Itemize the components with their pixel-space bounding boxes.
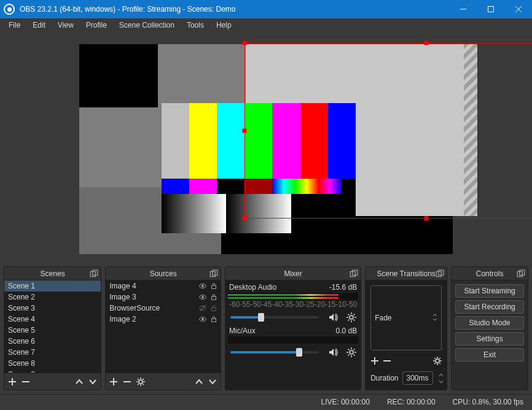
menu-view[interactable]: View bbox=[52, 20, 80, 31]
mixer-channel-name: Desktop Audio bbox=[229, 283, 276, 292]
controls-header: Controls bbox=[452, 267, 528, 280]
menu-edit[interactable]: Edit bbox=[26, 20, 52, 31]
sources-panel: Sources Image 4Image 3BrowserSourceImage… bbox=[105, 266, 221, 390]
preview-selection-outline[interactable] bbox=[244, 43, 532, 219]
svg-line-70 bbox=[434, 363, 436, 364]
svg-point-48 bbox=[350, 350, 353, 354]
menu-profile[interactable]: Profile bbox=[80, 20, 113, 31]
duration-step-up[interactable] bbox=[437, 371, 445, 378]
eye-icon[interactable] bbox=[198, 315, 207, 323]
scene-row[interactable]: Scene 6 bbox=[4, 336, 101, 347]
transition-add-button[interactable] bbox=[370, 357, 379, 365]
preview-handle-ml[interactable] bbox=[242, 128, 246, 133]
window-minimize-button[interactable] bbox=[449, 0, 477, 18]
app-logo-icon bbox=[4, 4, 15, 15]
mixer-title: Mixer bbox=[284, 269, 302, 278]
transition-remove-button[interactable] bbox=[383, 357, 391, 365]
dock-detach-icon[interactable] bbox=[517, 269, 525, 278]
menu-help[interactable]: Help bbox=[210, 20, 238, 31]
scenes-list[interactable]: Scene 1Scene 2Scene 3Scene 4Scene 5Scene… bbox=[4, 280, 101, 373]
source-remove-button[interactable] bbox=[123, 377, 131, 386]
scene-row[interactable]: Scene 4 bbox=[4, 314, 101, 325]
preview-canvas[interactable] bbox=[79, 44, 453, 254]
mixer-meter bbox=[228, 336, 358, 344]
control-button-settings[interactable]: Settings bbox=[455, 332, 524, 346]
sources-list[interactable]: Image 4Image 3BrowserSourceImage 2 bbox=[106, 280, 221, 373]
svg-point-38 bbox=[350, 315, 353, 319]
controls-body: Start StreamingStart RecordingStudio Mod… bbox=[452, 280, 528, 390]
scene-row[interactable]: Scene 8 bbox=[4, 358, 101, 369]
dock-detach-icon[interactable] bbox=[209, 269, 218, 278]
svg-rect-1 bbox=[488, 7, 493, 12]
preview-handle-bm[interactable] bbox=[424, 216, 428, 220]
menu-scene-collection[interactable]: Scene Collection bbox=[113, 20, 181, 31]
mute-button[interactable] bbox=[326, 311, 340, 324]
svg-line-68 bbox=[439, 363, 440, 364]
eye-off-icon[interactable] bbox=[198, 304, 207, 312]
preview-layer-black-tl bbox=[79, 44, 158, 107]
duration-spinbox[interactable]: 300ms bbox=[402, 371, 433, 385]
scene-remove-button[interactable] bbox=[22, 377, 30, 386]
scene-row[interactable]: Scene 2 bbox=[4, 292, 101, 303]
source-add-button[interactable] bbox=[109, 377, 118, 386]
svg-rect-19 bbox=[212, 308, 216, 311]
mixer-settings-button[interactable] bbox=[345, 346, 358, 359]
preview-handle-tl[interactable] bbox=[242, 41, 246, 45]
scene-move-down-button[interactable] bbox=[88, 377, 97, 386]
lock-open-icon[interactable] bbox=[209, 304, 218, 312]
scene-row[interactable]: Scene 3 bbox=[4, 303, 101, 314]
control-button-start-recording[interactable]: Start Recording bbox=[455, 300, 524, 314]
svg-rect-13 bbox=[212, 285, 216, 288]
source-properties-button[interactable] bbox=[136, 377, 145, 386]
mixer-channel-db: 0.0 dB bbox=[335, 327, 357, 335]
window-maximize-button[interactable] bbox=[477, 0, 504, 18]
transitions-header: Scene Transitions bbox=[366, 267, 447, 280]
source-move-up-button[interactable] bbox=[195, 377, 203, 386]
volume-slider[interactable] bbox=[230, 351, 319, 354]
lock-icon[interactable] bbox=[209, 293, 218, 301]
source-row[interactable]: Image 4 bbox=[106, 280, 221, 292]
statusbar: LIVE: 00:00:00 REC: 00:00:00 CPU: 0.8%, … bbox=[0, 394, 532, 409]
scene-row[interactable]: Scene 1 bbox=[4, 280, 101, 292]
control-button-studio-mode[interactable]: Studio Mode bbox=[455, 316, 524, 330]
scene-add-button[interactable] bbox=[8, 377, 17, 386]
mixer-channel: Mic/Aux0.0 dB bbox=[228, 327, 358, 359]
eye-icon[interactable] bbox=[198, 293, 207, 301]
transition-select[interactable]: Fade bbox=[370, 285, 442, 350]
svg-point-15 bbox=[201, 296, 203, 298]
window-title: OBS 23.2.1 (64-bit, windows) - Profile: … bbox=[20, 5, 449, 14]
updown-icon bbox=[432, 314, 437, 323]
control-button-exit[interactable]: Exit bbox=[455, 348, 524, 362]
transition-properties-button[interactable] bbox=[433, 357, 442, 365]
lock-icon[interactable] bbox=[209, 315, 218, 323]
window-close-button[interactable] bbox=[504, 0, 532, 18]
controls-panel: Controls Start StreamingStart RecordingS… bbox=[451, 266, 528, 390]
volume-slider[interactable] bbox=[230, 316, 319, 319]
mixer-meter bbox=[228, 293, 358, 300]
dock-detach-icon[interactable] bbox=[90, 269, 98, 278]
eye-icon[interactable] bbox=[198, 282, 207, 290]
duration-step-down[interactable] bbox=[437, 378, 445, 385]
mute-button[interactable] bbox=[326, 346, 340, 359]
transitions-panel: Scene Transitions Fade Duration 300ms bbox=[365, 266, 447, 390]
source-row[interactable]: BrowserSource bbox=[106, 303, 221, 314]
controls-title: Controls bbox=[476, 269, 504, 278]
sources-header: Sources bbox=[106, 267, 221, 280]
preview-handle-bl[interactable] bbox=[242, 216, 246, 220]
scenes-header: Scenes bbox=[4, 267, 101, 280]
mixer-settings-button[interactable] bbox=[345, 311, 358, 324]
source-row[interactable]: Image 3 bbox=[106, 292, 221, 303]
control-button-start-streaming[interactable]: Start Streaming bbox=[455, 284, 524, 298]
menu-file[interactable]: File bbox=[2, 20, 26, 31]
scene-move-up-button[interactable] bbox=[75, 377, 84, 386]
scene-row[interactable]: Scene 7 bbox=[4, 347, 101, 358]
dock-detach-icon[interactable] bbox=[350, 269, 358, 278]
dock-area: Scenes Scene 1Scene 2Scene 3Scene 4Scene… bbox=[0, 263, 532, 394]
source-row[interactable]: Image 2 bbox=[106, 314, 221, 325]
menu-tools[interactable]: Tools bbox=[181, 20, 210, 31]
preview-handle-tm[interactable] bbox=[424, 41, 428, 45]
scene-row[interactable]: Scene 5 bbox=[4, 325, 101, 336]
lock-icon[interactable] bbox=[209, 282, 218, 290]
dock-detach-icon[interactable] bbox=[436, 269, 444, 278]
source-move-down-button[interactable] bbox=[208, 377, 217, 386]
